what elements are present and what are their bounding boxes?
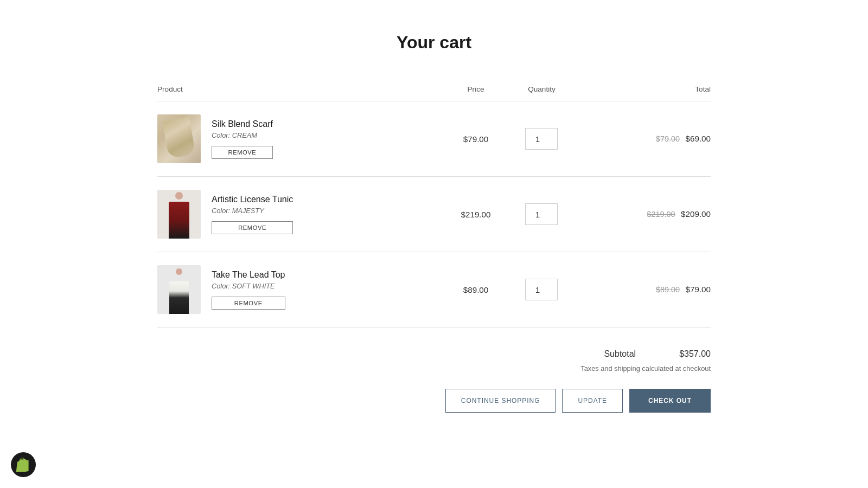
table-row: Artistic License Tunic Color: MAJESTY RE… <box>157 177 711 252</box>
product-image <box>157 114 201 163</box>
header-total: Total <box>576 80 711 101</box>
remove-button[interactable]: REMOVE <box>212 297 285 310</box>
sale-price: $209.00 <box>681 209 711 219</box>
cart-table: Product Price Quantity Total Silk Blend … <box>157 80 711 328</box>
quantity-cell <box>507 177 576 252</box>
shopify-badge[interactable]: S <box>11 452 36 477</box>
tax-note: Taxes and shipping calculated at checkou… <box>157 364 711 373</box>
quantity-cell <box>507 252 576 328</box>
price-cell: $219.00 <box>444 177 507 252</box>
subtotal-row: Subtotal $357.00 <box>157 349 711 364</box>
update-button[interactable]: UPDATE <box>562 389 623 413</box>
product-image <box>157 190 201 239</box>
product-cell: Silk Blend Scarf Color: CREAM REMOVE <box>157 114 444 163</box>
sale-price: $69.00 <box>686 134 711 143</box>
table-row: Take The Lead Top Color: SOFT WHITE REMO… <box>157 252 711 328</box>
price-cell: $79.00 <box>444 101 507 177</box>
product-info: Take The Lead Top Color: SOFT WHITE REMO… <box>212 270 285 310</box>
product-cell: Artistic License Tunic Color: MAJESTY RE… <box>157 190 444 239</box>
original-price: $89.00 <box>656 285 680 294</box>
continue-shopping-button[interactable]: CONTINUE SHOPPING <box>445 389 556 413</box>
table-row: Silk Blend Scarf Color: CREAM REMOVE $79… <box>157 101 711 177</box>
cart-footer: Subtotal $357.00 Taxes and shipping calc… <box>157 349 711 413</box>
quantity-cell <box>507 101 576 177</box>
product-name: Artistic License Tunic <box>212 195 293 204</box>
header-product: Product <box>157 80 444 101</box>
remove-button[interactable]: REMOVE <box>212 146 273 159</box>
product-name: Silk Blend Scarf <box>212 119 273 129</box>
product-info: Artistic License Tunic Color: MAJESTY RE… <box>212 195 293 234</box>
header-quantity: Quantity <box>507 80 576 101</box>
page-title: Your cart <box>157 33 711 53</box>
price-cell: $89.00 <box>444 252 507 328</box>
remove-button[interactable]: REMOVE <box>212 221 293 234</box>
product-color: Color: CREAM <box>212 131 273 139</box>
original-price: $79.00 <box>656 134 680 143</box>
total-cell: $79.00 $69.00 <box>576 101 711 177</box>
quantity-input[interactable] <box>525 128 558 150</box>
quantity-input[interactable] <box>525 203 558 225</box>
product-color: Color: MAJESTY <box>212 207 293 215</box>
checkout-button[interactable]: CHECK OUT <box>629 389 711 413</box>
original-price: $219.00 <box>647 210 675 219</box>
product-cell: Take The Lead Top Color: SOFT WHITE REMO… <box>157 265 444 314</box>
sale-price: $79.00 <box>686 285 711 294</box>
product-info: Silk Blend Scarf Color: CREAM REMOVE <box>212 119 273 159</box>
subtotal-label: Subtotal <box>604 349 636 359</box>
total-cell: $89.00 $79.00 <box>576 252 711 328</box>
total-cell: $219.00 $209.00 <box>576 177 711 252</box>
subtotal-amount: $357.00 <box>679 349 711 359</box>
header-price: Price <box>444 80 507 101</box>
product-name: Take The Lead Top <box>212 270 285 280</box>
quantity-input[interactable] <box>525 279 558 300</box>
product-image <box>157 265 201 314</box>
svg-text:S: S <box>20 461 24 470</box>
product-color: Color: SOFT WHITE <box>212 282 285 290</box>
action-buttons: CONTINUE SHOPPING UPDATE CHECK OUT <box>157 389 711 413</box>
